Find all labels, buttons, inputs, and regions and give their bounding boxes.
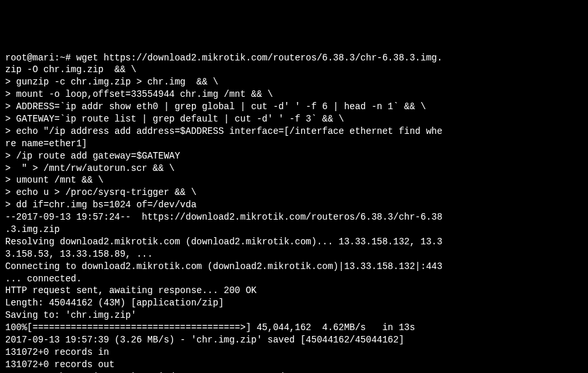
terminal-line: 3.158.53, 13.33.158.89, ... <box>5 248 583 261</box>
terminal-line: 100%[===================================… <box>5 322 583 334</box>
terminal-line: > GATEWAY=`ip route list | grep default … <box>5 113 583 125</box>
terminal-line: HTTP request sent, awaiting response... … <box>5 285 583 297</box>
terminal-line: ... connected. <box>5 273 583 285</box>
terminal-line: > umount /mnt && \ <box>5 174 583 186</box>
terminal-line: 131072+0 records in <box>5 346 583 359</box>
terminal-line: Length: 45044162 (43M) [application/zip] <box>5 297 583 309</box>
terminal-line: .3.img.zip <box>5 224 583 236</box>
terminal-line: > mount -o loop,offset=33554944 chr.img … <box>5 88 583 101</box>
terminal-line: > echo u > /proc/sysrq-trigger && \ <box>5 186 583 199</box>
terminal-line: Resolving download2.mikrotik.com (downlo… <box>5 236 583 248</box>
terminal-line: zip -O chr.img.zip && \ <box>5 64 583 76</box>
terminal-line: --2017-09-13 19:57:24-- https://download… <box>5 211 583 224</box>
terminal-line: > ADDRESS=`ip addr show eth0 | grep glob… <box>5 101 583 113</box>
terminal-line: Saving to: 'chr.img.zip' <box>5 309 583 322</box>
terminal-line: > echo "/ip address add address=$ADDRESS… <box>5 125 583 138</box>
terminal-line: > " > /mnt/rw/autorun.scr && \ <box>5 162 583 175</box>
terminal-line: 2017-09-13 19:57:39 (3.26 MB/s) - 'chr.i… <box>5 334 583 346</box>
terminal-line: > /ip route add gateway=$GATEWAY <box>5 150 583 162</box>
terminal-line: 131072+0 records out <box>5 359 583 371</box>
terminal-output[interactable]: root@mari:~# wget https://download2.mikr… <box>5 52 583 373</box>
terminal-line: > gunzip -c chr.img.zip > chr.img && \ <box>5 76 583 88</box>
terminal-line: root@mari:~# wget https://download2.mikr… <box>5 52 583 64</box>
terminal-line: Connecting to download2.mikrotik.com (do… <box>5 261 583 273</box>
terminal-line: > dd if=chr.img bs=1024 of=/dev/vda <box>5 199 583 211</box>
terminal-line: re name=ether1] <box>5 138 583 150</box>
